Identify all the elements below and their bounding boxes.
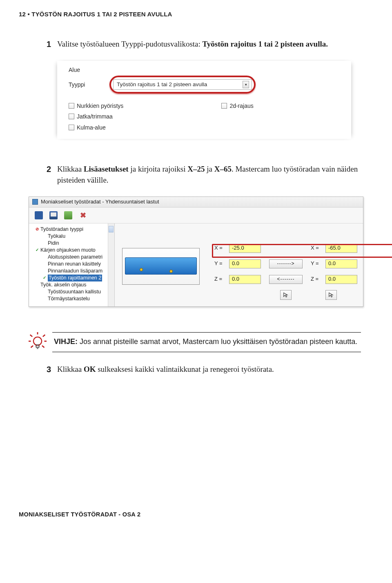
error-mark-icon: ⊘ [35,226,40,232]
z-label: Z = [214,275,227,283]
step-3: 3 Klikkaa OK sulkeaksesi kaikki valintai… [47,364,361,375]
arrow-left-button[interactable]: <------- [269,275,303,284]
save-icon[interactable] [48,210,59,221]
step-number: 3 [47,364,57,375]
check-mark-icon: ✓ [42,275,47,281]
highlight-circle: Työstön rajoitus 1 tai 2 pisteen avulla … [109,76,256,94]
checkbox-2d-rajaus[interactable]: 2d-rajaus [221,102,253,110]
page-title: TYÖSTÖN RAJOITUS 1 TAI 2 PISTEEN AVULLA [31,11,172,18]
y2-input[interactable]: 0.0 [325,259,357,268]
scrollbar[interactable] [108,223,114,306]
tree-item[interactable]: ⊘Työstöradan tyyppi [31,226,114,233]
checkbox-icon [221,103,227,109]
tree-item-label: Työk. akselin ohjaus [40,281,87,288]
point-b-icon [169,270,173,273]
point-a-icon [140,268,143,271]
step-number: 2 [47,163,57,186]
window-title: Moniakseliset työstöradat - Yhdensuuntai… [41,198,159,206]
tool-icon[interactable] [33,210,45,221]
tree-item-label: Työstösuuntaan kallistu [48,288,101,295]
window-icon [32,199,38,205]
tree-item-label: Törmäystarkastelu [48,295,90,302]
svg-point-0 [33,337,42,345]
window-titlebar: Moniakseliset työstöradat - Yhdensuuntai… [29,197,363,208]
z1-input[interactable]: 0.0 [229,275,261,284]
tree-item-label: Kärjen ohjauksen muoto [40,247,96,254]
checkbox-kulma-alue[interactable]: Kulma-alue [69,123,345,132]
pick-point-button-2[interactable] [325,290,337,300]
type-label: Tyyppi [69,80,109,89]
tree-item[interactable]: ✓Kärjen ohjauksen muoto [31,247,114,254]
x-label-2: X = [311,244,323,252]
preview-graphic [122,248,200,285]
step-1: 1 Valitse työstöalueen Tyyppi-pudotusval… [47,38,361,50]
y-label: Y = [214,260,227,268]
tip-block: VIHJE: Jos annat pisteille samat arvot, … [29,332,361,353]
toolbar: ✖ [29,208,363,223]
fieldset-legend: Alue [69,66,345,74]
y1-input[interactable]: 0.0 [229,259,261,268]
x-label: X = [214,244,227,252]
dropdown-value: Työstön rajoitus 1 tai 2 pisteen avulla [117,80,207,89]
checkbox-icon [69,114,74,119]
tree-item[interactable]: ·Pinnanlaadun lisäparam [31,268,114,275]
checkbox-jatka-trimmaa[interactable]: Jatka/trimmaa [69,112,345,121]
tree-item[interactable]: ✓Työstön rajoittaminen 2 [31,275,114,281]
z2-input[interactable]: 0.0 [325,275,357,284]
close-icon[interactable]: ✖ [77,210,89,221]
tip-text: Jos annat pisteille samat arvot, Masterc… [78,337,357,346]
tree-item[interactable]: ·Aloituspisteen parametri [31,254,114,261]
tree-item[interactable]: ·Pinnan reunan käsittely [31,261,114,268]
tree-panel: ⊘Työstöradan tyyppi·Työkalu·Pidin✓Kärjen… [29,223,115,306]
tree-item[interactable]: ·Työk. akselin ohjaus [31,281,114,288]
page-header: 12 • TYÖSTÖN RAJOITUS 1 TAI 2 PISTEEN AV… [19,10,373,19]
step-number: 1 [47,38,57,50]
tree-item[interactable]: ·Työstösuuntaan kallistu [31,288,114,295]
type-dropdown[interactable]: Työstön rajoitus 1 tai 2 pisteen avulla … [113,79,252,90]
checkbox-icon [69,125,74,130]
tip-label: VIHJE: [54,337,78,346]
right-panel: X = -25.0 X = -65.0 Y = 0.0 -------> Y =… [115,223,363,306]
tree-item-label: Työkalu [48,233,65,240]
tree-item-label: Pidin [48,240,59,247]
page-number: 12 [19,11,26,18]
screenshot-window: Moniakseliset työstöradat - Yhdensuuntai… [29,197,363,307]
x2-input[interactable]: -65.0 [325,244,357,253]
check-mark-icon: ✓ [35,247,40,253]
coordinates-grid: X = -25.0 X = -65.0 Y = 0.0 -------> Y =… [214,242,357,301]
page-footer: MONIAKSELISET TYÖSTÖRADAT - OSA 2 [19,510,373,519]
x1-input[interactable]: -25.0 [229,244,261,253]
lightbulb-icon [29,332,47,353]
cursor-icon [283,292,289,298]
arrow-right-button[interactable]: -------> [269,259,303,268]
chevron-down-icon[interactable]: ▾ [243,81,249,88]
checkbox-icon [69,103,74,109]
screenshot-area-type: Alue Tyyppi Työstön rajoitus 1 tai 2 pis… [57,61,351,139]
tree-item[interactable]: ·Työkalu [31,233,114,240]
tree-item-label: Työstön rajoittaminen 2 [48,275,102,281]
scroll-thumb[interactable] [109,226,114,232]
tree-item-label: Työstöradan tyyppi [40,226,83,233]
tree-item-label: Pinnan reunan käsittely [48,261,101,268]
save-green-icon[interactable] [62,210,74,221]
tree-item[interactable]: ·Törmäystarkastelu [31,295,114,302]
checkbox-corner-rounding[interactable]: Nurkkien pyöristys [69,102,123,110]
tree-item[interactable]: ·Pidin [31,240,114,247]
cursor-icon [328,292,334,298]
step-2: 2 Klikkaa Lisäasetukset ja kirjoita rajo… [47,163,361,186]
y-label-2: Y = [311,260,323,268]
z-label-2: Z = [311,275,323,283]
tree-item-label: Aloituspisteen parametri [48,254,102,261]
pick-point-button-1[interactable] [280,290,292,300]
tree-item-label: Pinnanlaadun lisäparam [48,268,102,275]
